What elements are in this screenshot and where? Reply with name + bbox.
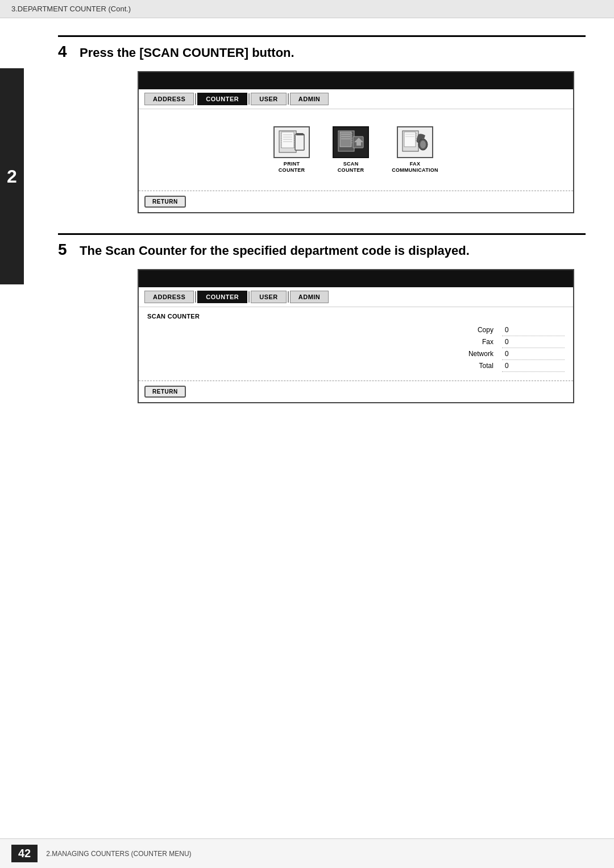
step5-heading: 5 The Scan Counter for the specified dep… — [58, 233, 586, 259]
total-label: Total — [314, 359, 502, 371]
tab-user-2[interactable]: USER — [251, 291, 287, 303]
screen-mockup-1: ADDRESS COUNTER USER ADMIN — [138, 71, 574, 213]
print-counter-icon-item[interactable]: PRINTCOUNTER — [273, 126, 310, 173]
spacer — [147, 336, 314, 348]
step4-title: Press the [SCAN COUNTER] button. — [80, 46, 294, 60]
total-value: 0 — [502, 359, 565, 371]
tab-admin-1[interactable]: ADMIN — [290, 93, 329, 105]
network-label: Network — [314, 348, 502, 359]
tab-sep-1 — [195, 93, 196, 105]
print-counter-box — [273, 126, 310, 158]
page-number: 42 — [11, 845, 38, 862]
scan-counter-label: SCANCOUNTER — [338, 161, 364, 173]
sidebar-chapter-tab: 2 — [0, 68, 24, 284]
table-row: Fax 0 — [147, 336, 565, 348]
tab-address-2[interactable]: ADDRESS — [144, 291, 194, 303]
tab-counter-1[interactable]: COUNTER — [197, 93, 247, 105]
fax-comm-box — [397, 126, 433, 158]
scan-counter-box — [333, 126, 369, 158]
screen-top-bar-2 — [139, 270, 573, 287]
footer-text: 2.MANAGING COUNTERS (COUNTER MENU) — [46, 850, 191, 858]
fax-comm-label: FAXCOMMUNICATION — [392, 161, 438, 173]
scan-counter-section-label: SCAN COUNTER — [147, 313, 565, 320]
icons-row: PRINTCOUNTER — [273, 121, 438, 179]
step5-title: The Scan Counter for the specified depar… — [80, 243, 470, 258]
tab-sep-2 — [248, 93, 250, 105]
step5-number: 5 — [58, 241, 74, 259]
scan-counter-screen: SCAN COUNTER Copy 0 Fax 0 Net — [139, 307, 573, 381]
spacer — [147, 324, 314, 336]
tab-bar-2: ADDRESS COUNTER USER ADMIN — [139, 287, 573, 307]
fax-label: Fax — [314, 336, 502, 348]
tab-counter-2[interactable]: COUNTER — [197, 291, 247, 303]
fax-comm-icon-item[interactable]: FAXCOMMUNICATION — [392, 126, 438, 173]
breadcrumb: 3.DEPARTMENT COUNTER (Cont.) — [0, 0, 614, 18]
copy-label: Copy — [314, 324, 502, 336]
screen-mockup-2: ADDRESS COUNTER USER ADMIN SCAN COUNTER … — [138, 269, 574, 403]
tab-bar-1: ADDRESS COUNTER USER ADMIN — [139, 89, 573, 109]
fax-comm-svg — [400, 130, 430, 155]
return-button-1[interactable]: RETURN — [144, 196, 186, 208]
tab-admin-2[interactable]: ADMIN — [290, 291, 329, 303]
step4-number: 4 — [58, 43, 74, 61]
screen1-content: PRINTCOUNTER — [139, 109, 573, 191]
chapter-number: 2 — [7, 166, 17, 187]
fax-value: 0 — [502, 336, 565, 348]
tab-address-1[interactable]: ADDRESS — [144, 93, 194, 105]
table-row: Network 0 — [147, 348, 565, 359]
svg-rect-13 — [295, 134, 304, 150]
copy-value: 0 — [502, 324, 565, 336]
network-value: 0 — [502, 348, 565, 359]
tab-sep-6 — [288, 291, 289, 303]
counter-table: Copy 0 Fax 0 Network 0 — [147, 324, 565, 372]
tab-sep-3 — [288, 93, 289, 105]
step4-heading: 4 Press the [SCAN COUNTER] button. — [58, 35, 586, 61]
print-counter-label: PRINTCOUNTER — [279, 161, 305, 173]
return-btn-row-1: RETURN — [139, 191, 573, 212]
table-row: Copy 0 — [147, 324, 565, 336]
svg-point-34 — [420, 140, 426, 148]
spacer — [147, 359, 314, 371]
spacer — [147, 348, 314, 359]
page-footer: 42 2.MANAGING COUNTERS (COUNTER MENU) — [0, 838, 614, 868]
return-btn-row-2: RETURN — [139, 381, 573, 402]
svg-rect-8 — [281, 132, 294, 148]
tab-user-1[interactable]: USER — [251, 93, 287, 105]
screen-top-bar-1 — [139, 72, 573, 89]
print-counter-svg — [277, 130, 306, 155]
tab-sep-4 — [195, 291, 196, 303]
return-button-2[interactable]: RETURN — [144, 386, 186, 398]
table-row: Total 0 — [147, 359, 565, 371]
scan-counter-svg — [336, 130, 366, 155]
tab-sep-5 — [248, 291, 250, 303]
scan-counter-icon-item[interactable]: SCANCOUNTER — [333, 126, 369, 173]
